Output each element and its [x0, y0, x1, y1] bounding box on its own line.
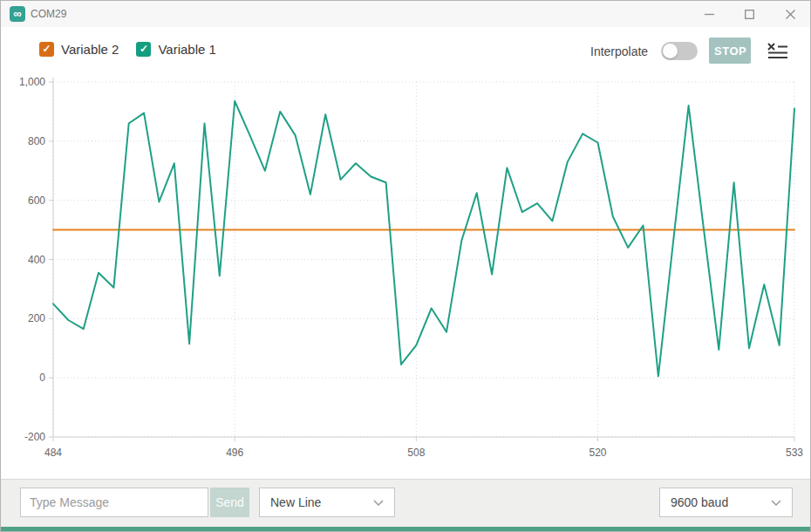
y-tick-label: 1,000 [19, 76, 45, 88]
y-tick-label: -200 [24, 431, 45, 443]
bottom-bar: Send New Line 9600 baud [1, 479, 810, 527]
y-tick-label: 200 [28, 312, 45, 324]
toggle-knob [663, 44, 678, 58]
chevron-down-icon [771, 500, 781, 506]
y-tick-label: 400 [28, 254, 45, 266]
message-input[interactable] [20, 488, 208, 517]
baud-rate-value: 9600 baud [671, 495, 728, 509]
line-ending-value: New Line [270, 495, 321, 509]
line-ending-select[interactable]: New Line [259, 488, 395, 517]
interpolate-label: Interpolate [590, 44, 648, 58]
x-tick-label: 520 [589, 447, 606, 459]
x-tick-label: 533 [786, 447, 803, 459]
clear-output-button[interactable] [765, 40, 789, 61]
baud-rate-select[interactable]: 9600 baud [659, 488, 793, 517]
variable2-label: Variable 2 [61, 42, 119, 57]
x-tick-label: 508 [407, 447, 425, 459]
clear-output-icon [767, 42, 787, 59]
window-bottom-accent [1, 527, 810, 531]
y-tick-label: 800 [28, 135, 45, 147]
chevron-down-icon [373, 500, 384, 506]
series-line-variable-1 [53, 101, 794, 377]
y-tick-label: 600 [28, 194, 45, 207]
variable2-checkbox[interactable]: ✓ [39, 42, 54, 57]
send-button[interactable]: Send [210, 488, 249, 517]
variable1-checkbox[interactable]: ✓ [136, 42, 151, 57]
chart-legend: ✓ Variable 2 ✓ Variable 1 [39, 42, 216, 57]
stop-button[interactable]: STOP [709, 38, 751, 64]
interpolate-toggle[interactable] [661, 42, 698, 60]
serial-plotter-window: ∞ COM29 -20002004006008001,0004844965085… [0, 0, 811, 532]
x-tick-label: 496 [226, 447, 243, 459]
y-tick-label: 0 [39, 372, 45, 384]
legend-item-variable-1[interactable]: ✓ Variable 1 [136, 42, 215, 57]
plotter-chart: -20002004006008001,000484496508520533 [1, 1, 811, 476]
x-tick-label: 484 [44, 447, 62, 459]
variable1-label: Variable 1 [158, 42, 215, 57]
legend-item-variable-2[interactable]: ✓ Variable 2 [39, 42, 119, 57]
